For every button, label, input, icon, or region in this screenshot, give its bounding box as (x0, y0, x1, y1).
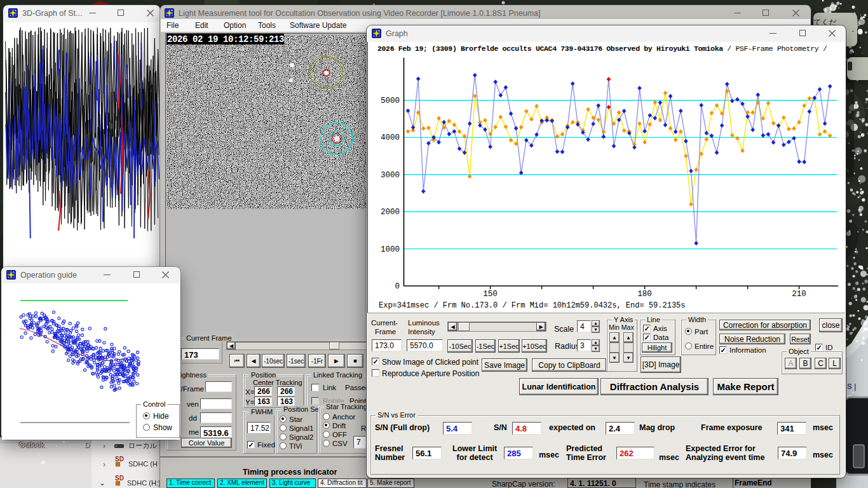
svg-text:180: 180 (637, 290, 652, 299)
svg-text:0: 0 (395, 282, 400, 291)
svg-text:150: 150 (483, 290, 498, 299)
svg-text:3000: 3000 (381, 171, 400, 180)
svg-text:1000: 1000 (381, 245, 400, 254)
svg-text:2000: 2000 (381, 208, 400, 217)
svg-text:S｜: S｜ (847, 383, 858, 391)
svg-text:210: 210 (792, 290, 806, 299)
svg-text:4000: 4000 (381, 133, 400, 142)
svg-text:5000: 5000 (381, 97, 400, 105)
